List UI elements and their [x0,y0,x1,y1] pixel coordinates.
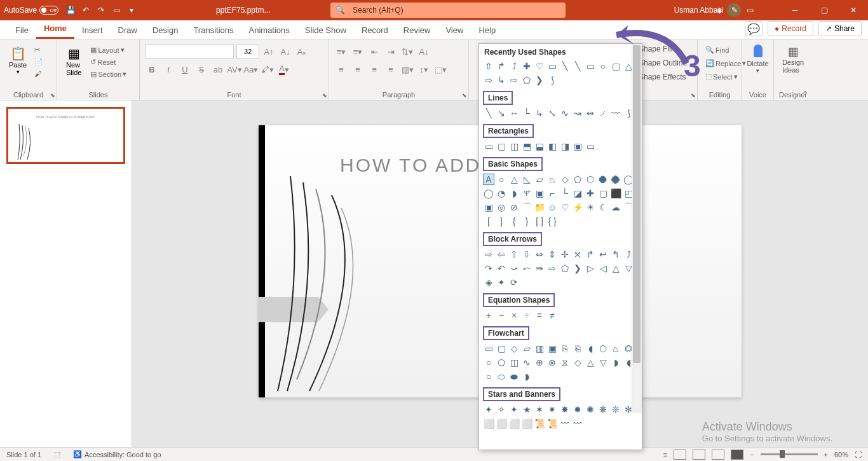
shape-notequals[interactable]: ≠ [546,310,558,321]
shape-fc-data[interactable]: ▱ [521,343,532,354]
shape-lightning[interactable]: ⚡ [572,202,583,213]
shape-bent-arrow[interactable]: ↱ [496,60,507,72]
shape-fc-magnetic[interactable]: ⬭ [496,371,507,382]
fit-to-window-button[interactable]: ⛶ [855,451,862,458]
font-launcher[interactable]: ⬊ [322,92,327,99]
shape-rect4[interactable]: ⬒ [521,141,532,152]
shape-star-explosion2[interactable]: ✧ [496,404,507,415]
shape-star6[interactable]: ✶ [534,404,545,415]
shape-arr-r[interactable]: ⇨ [483,249,494,260]
shape-arr-curved-r[interactable]: ↷ [483,263,494,274]
shape-rect1[interactable]: ▭ [483,141,494,152]
shape-arr-3way[interactable]: ⤧ [572,249,583,260]
shape-fc-seq[interactable]: ○ [483,371,494,382]
shape-fc-tape[interactable]: ∿ [521,357,532,368]
shape-chord[interactable]: ◗ [508,188,520,199]
tab-review[interactable]: Review [396,22,438,39]
sort-button[interactable]: A↓ [417,45,431,58]
format-painter-button[interactable]: 🖌 [32,69,46,79]
shape-star10[interactable]: ✹ [572,404,583,415]
shape-ribbon-curved-down[interactable]: ⬜ [521,418,532,429]
shape-line-arrow[interactable]: ↘ [496,107,507,119]
shape-diagonal[interactable]: ◪ [572,188,583,199]
new-slide-button[interactable]: ▦ New Slide [62,42,85,79]
accessibility-status[interactable]: ♿ Accessibility: Good to go [73,450,161,458]
shape-curve-double[interactable]: ↭ [585,107,596,119]
redo-icon[interactable]: ↷ [95,4,107,16]
shape-chevron[interactable]: ❯ [534,74,545,86]
reset-button[interactable]: ↺ Reset [88,57,129,67]
autosave-toggle[interactable]: AutoSave Off [4,6,58,15]
shape-fc-junction[interactable]: ⊕ [534,357,545,368]
shape-arr-chevron[interactable]: ❯ [572,263,583,274]
shape-fc-predefined[interactable]: ▥ [534,343,545,354]
shape-freeform[interactable]: ⟋ [597,107,609,119]
shape-fc-terminator[interactable]: ◖ [585,343,596,354]
shape-fc-or[interactable]: ⊗ [546,357,558,368]
shape-arrow-right3[interactable]: ⇨ [508,74,520,86]
shape-ribbon-curved-up[interactable]: ⬜ [508,418,520,429]
shape-star5[interactable]: ★ [521,404,532,415]
shape-fc-display[interactable]: ◗ [521,371,532,382]
shape-scroll-h[interactable]: 📜 [546,418,558,429]
columns-button[interactable]: ▥▾ [400,62,414,76]
shape-textbox[interactable]: A [483,174,494,185]
zoom-level[interactable]: 60% [834,451,848,458]
shape-cross-arrow[interactable]: ✚ [521,60,532,72]
shape-octagon[interactable]: ⯄ [610,174,621,185]
shadow-button[interactable]: ab [211,62,225,76]
replace-button[interactable]: 🔄 Replace ▾ [703,58,736,69]
shapes-scroll-thumb[interactable] [633,45,641,363]
slideshow-view-button[interactable] [731,450,743,460]
cut-button[interactable]: ✂ [32,45,46,55]
shape-lshape[interactable]: └ [559,188,571,199]
clear-format-button[interactable]: Aₓ [295,45,309,58]
shape-arr-callout-lr[interactable]: ◈ [483,277,494,288]
shape-rect2[interactable]: ▢ [496,141,507,152]
autosave-switch[interactable]: Off [39,6,58,15]
align-center-button[interactable]: ≡ [351,62,365,76]
shape-heptagon[interactable]: ⯃ [597,174,609,185]
dictate-button[interactable]: Dictate ▾ [747,42,768,76]
shape-line2[interactable]: ╲ [572,60,583,72]
shape-frame[interactable]: ▣ [534,188,545,199]
shape-elbow-arrow[interactable]: ↳ [534,107,545,119]
shape-star12[interactable]: ✺ [585,404,596,415]
shape-rect7[interactable]: ◨ [559,141,571,152]
shape-pentagon[interactable]: ⬠ [521,74,532,86]
copy-button[interactable]: 📄 [32,57,46,67]
shape-plus[interactable]: + [483,310,494,321]
diamond-icon[interactable]: ◈ [717,6,722,15]
shapes-scrollbar[interactable] [632,44,642,413]
shape-folder[interactable]: 📁 [534,202,545,213]
shape-nosymbol[interactable]: ⊘ [508,202,520,213]
shape-blockarc[interactable]: ⌒ [521,202,532,213]
search-box[interactable]: 🔍 Search (Alt+Q) [330,3,566,18]
shape-double-wave[interactable]: 〰 [572,418,583,429]
shape-star16[interactable]: ❋ [597,404,609,415]
shape-oval2[interactable]: ○ [496,174,507,185]
drawing-launcher[interactable]: ⬊ [691,92,696,99]
shape-arr-l[interactable]: ⇦ [496,249,507,260]
shape-line-plain[interactable]: ╲ [483,107,494,119]
shape-minus[interactable]: − [496,310,507,321]
shape-arr-callout-l[interactable]: ◁ [597,263,609,274]
shape-hexagon[interactable]: ⬡ [585,174,596,185]
shape-fc-offpage[interactable]: ⬠ [496,357,507,368]
shape-star4[interactable]: ✦ [508,404,520,415]
tab-home[interactable]: Home [36,20,74,39]
shape-arr-callout-u[interactable]: △ [610,263,621,274]
shape-rect5[interactable]: ⬓ [534,141,545,152]
shape-line-double-arrow[interactable]: ↔ [508,107,520,119]
shape-trapezoid[interactable]: ⏢ [546,174,558,185]
change-case-button[interactable]: Aa▾ [244,62,258,76]
shape-arr-circular[interactable]: ⟳ [508,277,520,288]
shape-moon[interactable]: ☾ [597,202,609,213]
shape-arr-lr[interactable]: ⇔ [534,249,545,260]
shape-arr-callout-quad[interactable]: ✦ [496,277,507,288]
shape-halfframe[interactable]: ⌐ [546,188,558,199]
shape-arrow-right[interactable]: ⇨ [483,74,494,86]
shape-equals[interactable]: = [534,310,545,321]
shape-teardrop[interactable]: 🝤 [521,188,532,199]
shape-elbow-double[interactable]: ⤡ [546,107,558,119]
